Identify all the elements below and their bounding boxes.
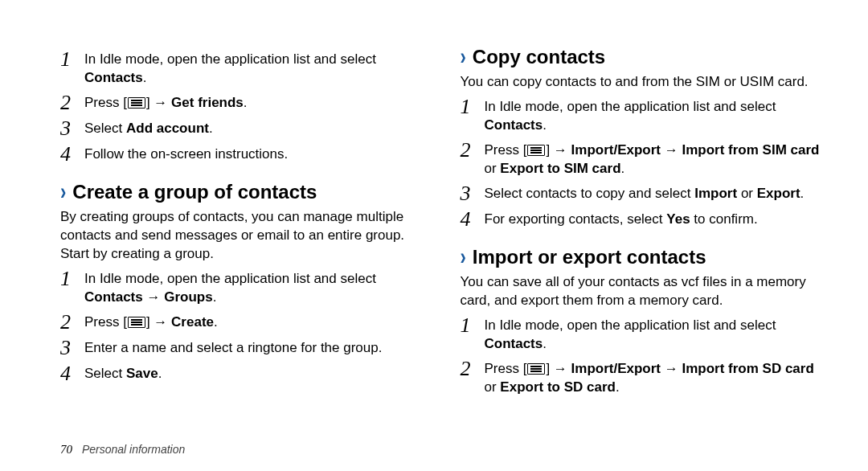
page-columns: 1In Idle mode, open the application list… [60, 44, 820, 430]
step-number: 1 [60, 49, 81, 70]
step: 1In Idle mode, open the application list… [461, 96, 821, 135]
step: 1In Idle mode, open the application list… [60, 49, 420, 88]
step-number: 3 [60, 338, 81, 358]
chevron-icon: › [461, 242, 466, 273]
step-text: Press [] → Get friends. [84, 92, 420, 113]
bold-text: Yes [666, 211, 690, 227]
bold-text: Get friends [171, 95, 244, 110]
menu-icon [128, 317, 145, 328]
step-number: 1 [60, 268, 81, 289]
step: 3Select Add account. [60, 118, 420, 139]
step-text: Follow the on-screen instructions. [84, 144, 420, 164]
step: 4Follow the on-screen instructions. [60, 144, 420, 165]
step: 3Select contacts to copy and select Impo… [461, 183, 821, 204]
page-footer: 70 Personal information [60, 443, 185, 457]
step-text: In Idle mode, open the application list … [84, 49, 420, 88]
chevron-icon: › [461, 42, 466, 73]
step: 2Press [] → Import/Export → Import from … [461, 358, 821, 397]
step: 2Press [] → Create. [60, 312, 420, 333]
bold-text: Contacts [485, 117, 543, 133]
left-column: 1In Idle mode, open the application list… [60, 44, 420, 430]
bold-text: Contacts [84, 70, 143, 85]
step: 1In Idle mode, open the application list… [60, 268, 420, 307]
page-number: 70 [60, 443, 72, 456]
heading-text: Create a group of contacts [72, 179, 317, 205]
chevron-icon: › [60, 177, 66, 208]
menu-icon [527, 363, 545, 375]
bold-text: Export [757, 186, 800, 201]
step-text: Select contacts to copy and select Impor… [485, 183, 821, 203]
steps-block-4: 1In Idle mode, open the application list… [461, 315, 821, 397]
bold-text: Contacts [485, 336, 543, 351]
step-text: Press [] → Import/Export → Import from S… [485, 140, 821, 178]
step-text: Enter a name and select a ringtone for t… [84, 338, 420, 358]
step: 4Select Save. [60, 363, 420, 384]
step-number: 4 [60, 144, 81, 165]
right-column: › Copy contacts You can copy contacts to… [461, 44, 821, 430]
steps-block-1: 1In Idle mode, open the application list… [60, 49, 420, 165]
step-text: For exporting contacts, select Yes to co… [485, 209, 821, 229]
step-number: 4 [60, 363, 81, 384]
bold-text: Contacts → Groups [84, 289, 213, 305]
step-number: 2 [60, 312, 81, 333]
step-text: In Idle mode, open the application list … [485, 315, 821, 354]
bold-text: Import/Export → Import from SD card [571, 361, 814, 376]
bold-text: Export to SD card [500, 379, 616, 395]
heading-copy-contacts: › Copy contacts [461, 44, 821, 70]
step-number: 1 [461, 96, 481, 117]
heading-import-export: › Import or export contacts [461, 244, 821, 270]
step-text: Press [] → Create. [84, 312, 420, 332]
step-text: In Idle mode, open the application list … [485, 96, 821, 135]
bold-text: Import/Export → Import from SIM card [571, 142, 820, 158]
step: 4For exporting contacts, select Yes to c… [461, 209, 821, 230]
step-number: 3 [461, 183, 481, 204]
step-text: In Idle mode, open the application list … [84, 268, 420, 307]
intro-copy-contacts: You can copy contacts to and from the SI… [461, 73, 821, 92]
steps-block-3: 1In Idle mode, open the application list… [461, 96, 821, 230]
intro-import-export: You can save all of your contacts as vcf… [461, 273, 821, 310]
step-number: 2 [461, 140, 481, 161]
step: 2Press [] → Import/Export → Import from … [461, 140, 821, 178]
footer-section: Personal information [82, 443, 185, 456]
menu-icon [128, 97, 145, 109]
step-number: 1 [461, 315, 481, 336]
step-number: 4 [461, 209, 481, 230]
step: 2Press [] → Get friends. [60, 92, 420, 113]
bold-text: Import [694, 186, 737, 201]
step: 1In Idle mode, open the application list… [461, 315, 821, 354]
menu-icon [527, 145, 545, 156]
step-number: 2 [60, 92, 81, 113]
bold-text: Add account [126, 121, 209, 136]
intro-create-group: By creating groups of contacts, you can … [60, 208, 420, 264]
heading-create-group: › Create a group of contacts [60, 179, 420, 205]
step-number: 3 [60, 118, 81, 139]
bold-text: Create [171, 314, 214, 330]
step-text: Select Save. [84, 363, 420, 383]
steps-block-2: 1In Idle mode, open the application list… [60, 268, 420, 384]
step-number: 2 [461, 358, 481, 379]
heading-text: Import or export contacts [473, 244, 706, 270]
bold-text: Save [126, 366, 158, 381]
step-text: Press [] → Import/Export → Import from S… [485, 358, 821, 397]
bold-text: Export to SIM card [500, 161, 620, 176]
heading-text: Copy contacts [473, 44, 605, 70]
step-text: Select Add account. [84, 118, 420, 138]
step: 3Enter a name and select a ringtone for … [60, 338, 420, 358]
